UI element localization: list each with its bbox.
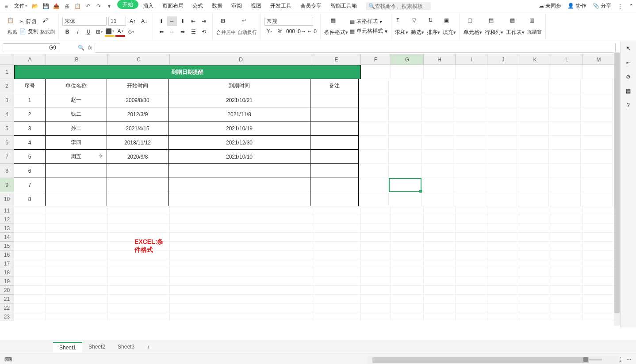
cut-button[interactable]: ✂剪切 [19,17,38,26]
cell[interactable] [485,107,517,121]
cell[interactable] [170,268,312,277]
preview-icon[interactable]: 📋 [74,3,81,10]
row-header-13[interactable]: 13 [0,224,14,233]
col-header-H[interactable]: H [424,54,456,65]
row-header-18[interactable]: 18 [0,268,14,277]
cell[interactable] [391,206,424,215]
cell[interactable] [359,79,389,93]
cell[interactable] [424,215,456,224]
col-header-A[interactable]: A [14,54,46,65]
row-header-22[interactable]: 22 [0,303,14,312]
title-cell[interactable]: 到期日期提醒 [14,65,361,79]
cell[interactable] [14,206,46,215]
cell[interactable] [424,206,456,215]
data-0-4[interactable] [310,93,359,107]
data-4-3[interactable]: 2021/10/10 [168,149,310,164]
header-2[interactable]: 开始时间 [107,79,169,93]
col-header-C[interactable]: C [108,54,170,65]
cell[interactable] [359,178,389,192]
cell[interactable] [551,277,583,286]
cell[interactable] [421,136,453,150]
cell[interactable] [549,136,581,150]
cell[interactable] [456,312,487,321]
cell[interactable] [583,259,615,268]
print-icon[interactable]: 🖨 [63,3,70,10]
data-3-3[interactable]: 2021/12/30 [168,135,310,150]
cell[interactable] [108,206,170,215]
data-6-3[interactable] [168,178,310,192]
file-menu[interactable]: 文件▾ [10,0,31,12]
cell[interactable] [391,233,424,242]
underline-button[interactable]: U [84,27,93,37]
row-header-14[interactable]: 14 [0,233,14,242]
cell[interactable] [551,286,583,295]
data-1-0[interactable]: 2 [14,107,46,121]
data-2-0[interactable]: 3 [14,121,46,136]
cell[interactable] [581,107,613,121]
cell[interactable] [361,286,391,295]
cell[interactable] [361,303,391,312]
cell[interactable] [389,136,421,150]
cell[interactable] [108,312,170,321]
data-1-2[interactable]: 2012/3/9 [107,107,169,121]
cell[interactable] [519,215,551,224]
cell[interactable] [519,250,551,259]
cell[interactable] [485,136,517,150]
cell[interactable] [519,242,551,250]
bold-button[interactable]: B [62,27,72,37]
cell[interactable] [551,250,583,259]
cell[interactable] [485,121,517,136]
data-0-3[interactable]: 2021/10/21 [168,93,310,107]
copy-button[interactable]: 📄复制 [19,27,38,36]
cell[interactable] [170,215,312,224]
cell[interactable] [46,312,108,321]
cell[interactable] [424,259,456,268]
currency-icon[interactable]: ¥▾ [264,27,274,36]
cell[interactable] [361,65,391,79]
cell[interactable] [170,277,312,286]
cell[interactable] [549,121,581,136]
cell[interactable] [46,295,108,303]
sheet-tab-Sheet3[interactable]: Sheet3 [111,342,141,353]
row-header-2[interactable]: 2 [0,79,14,93]
export-icon[interactable]: 📤 [53,3,60,10]
col-header-B[interactable]: B [46,54,108,65]
cell[interactable] [424,268,456,277]
data-7-2[interactable] [107,192,169,206]
panel-help-icon[interactable]: ? [627,102,630,108]
cell[interactable] [389,192,421,206]
cell[interactable] [519,295,551,303]
cell[interactable] [487,303,519,312]
paste-button[interactable]: 📋粘贴 [7,17,18,36]
cell[interactable] [170,250,312,259]
cell[interactable] [312,303,361,312]
cell[interactable] [361,233,391,242]
cell[interactable] [487,215,519,224]
data-7-1[interactable] [45,192,107,206]
data-2-4[interactable] [310,121,359,136]
cell[interactable] [14,295,46,303]
cell[interactable] [170,233,312,242]
row-header-11[interactable]: 11 [0,206,14,215]
cell[interactable] [581,121,613,136]
cell[interactable] [581,178,613,192]
data-1-4[interactable] [310,107,359,121]
cell[interactable] [312,295,361,303]
menu-开始[interactable]: 开始 [117,0,138,9]
menu-视图[interactable]: 视图 [246,0,266,12]
cell[interactable] [551,268,583,277]
cell[interactable] [108,215,170,224]
cell[interactable] [517,164,549,178]
panel-expand-icon[interactable]: ⇤ [626,60,631,66]
cell[interactable] [108,286,170,295]
cell[interactable] [583,215,615,224]
cell[interactable] [517,121,549,136]
cell[interactable] [549,79,581,93]
wrap-text-button[interactable]: ↵自动换行 [238,18,257,36]
header-4[interactable]: 备注 [310,79,359,93]
cell[interactable] [549,93,581,107]
cell[interactable] [46,259,108,268]
cell[interactable] [361,268,391,277]
cell[interactable] [551,65,583,79]
cell[interactable] [581,79,613,93]
